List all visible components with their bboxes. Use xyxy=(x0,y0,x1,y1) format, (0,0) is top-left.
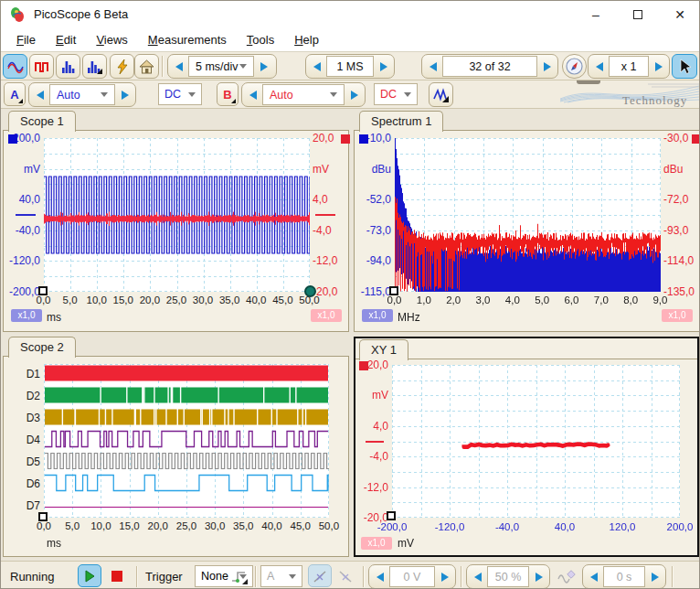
marker-falling-button[interactable] xyxy=(334,564,357,587)
spectrum1-right-scale-badge[interactable]: x1,0 xyxy=(662,309,693,322)
xy1-x-axis[interactable]: -200,0-120,0-40,040,0120,0200,0 xyxy=(369,521,700,532)
close-button[interactable]: ✕ xyxy=(659,1,700,28)
trigger-marker[interactable] xyxy=(389,286,398,295)
zoom-control: x 1 xyxy=(588,54,670,79)
channel-a-options-button[interactable]: A xyxy=(4,82,26,106)
spectrum-view-button[interactable] xyxy=(56,54,80,79)
xy1-scale-badge[interactable]: x1,0 xyxy=(361,537,392,550)
channel-a-range-next-button[interactable] xyxy=(115,84,134,105)
menu-tools[interactable]: Tools xyxy=(237,30,284,49)
channel-a-range-prev-button[interactable] xyxy=(30,84,49,105)
scope1-x-axis[interactable]: 0,05,010,015,020,025,030,035,040,045,050… xyxy=(30,294,323,305)
channel-a-zero-indicator[interactable] xyxy=(16,214,36,216)
timebase-control: 5 ms/div xyxy=(167,54,277,79)
persistence-view-button[interactable] xyxy=(29,54,54,79)
samples-field[interactable]: 1 MS xyxy=(326,56,374,77)
minimize-button[interactable]: – xyxy=(575,1,617,28)
channel-b-options-button[interactable]: B xyxy=(217,82,239,106)
scope1-right-scale-badge[interactable]: x1,0 xyxy=(311,309,342,322)
trigger-edge-button[interactable] xyxy=(228,564,251,587)
scope2-plot[interactable] xyxy=(44,364,329,518)
menu-measurements[interactable]: Measurements xyxy=(138,30,237,49)
samples-prev-button[interactable] xyxy=(307,56,326,77)
channel-b-range-prev-button[interactable] xyxy=(243,84,262,105)
right-arrow-icon xyxy=(441,573,449,582)
menu-edit[interactable]: Edit xyxy=(46,30,86,49)
spectrum1-left-axis[interactable]: -10,0dBu-52,0-73,0-94,0-115,0 xyxy=(355,131,391,299)
viewport-area: Scope 1 200,0mV40,0-40,0-120,0-200,0 20,… xyxy=(1,109,700,561)
buffer-field[interactable]: 32 of 32 xyxy=(442,56,537,77)
pretrigger-down-button[interactable] xyxy=(468,566,487,587)
axis-tick: 50,0 xyxy=(315,520,343,531)
title-bar: PicoScope 6 Beta – ✕ xyxy=(1,1,700,28)
spectrum1-left-scale-badge[interactable]: x1,0 xyxy=(362,309,393,322)
spectrum1-right-axis[interactable]: -30,0dBu-72,0-93,0-114,0-135,0 xyxy=(663,131,700,299)
pretrigger-up-button[interactable] xyxy=(529,566,548,587)
pointer-cursor-icon xyxy=(677,59,692,75)
scope2-x-axis[interactable]: 0,05,010,015,020,025,030,035,040,045,050… xyxy=(30,520,343,531)
menu-views[interactable]: Views xyxy=(86,30,137,49)
timebase-select[interactable]: 5 ms/div xyxy=(188,56,254,77)
tab-xy1[interactable]: XY 1 xyxy=(359,339,408,360)
tab-spectrum1[interactable]: Spectrum 1 xyxy=(359,111,443,132)
trigger-delay-control: 0 s xyxy=(582,564,666,589)
channel-b-zero-indicator[interactable] xyxy=(366,441,384,443)
scope1-plot[interactable] xyxy=(44,138,310,292)
maximize-button[interactable] xyxy=(617,1,659,28)
delay-down-button[interactable] xyxy=(584,566,603,587)
channel-b-zero-indicator[interactable] xyxy=(315,214,335,216)
channel-b-range-next-button[interactable] xyxy=(345,84,364,105)
delay-field[interactable]: 0 s xyxy=(603,566,645,587)
marker-rising-button[interactable] xyxy=(308,564,332,587)
axis-tick: mV xyxy=(313,162,349,177)
trigger-marker[interactable] xyxy=(38,512,48,521)
tab-scope1[interactable]: Scope 1 xyxy=(8,111,76,132)
zoom-field[interactable]: x 1 xyxy=(609,56,649,77)
digital-channel-label: D4 xyxy=(4,432,40,454)
trigger-marker[interactable] xyxy=(38,286,48,295)
menu-file[interactable]: File xyxy=(6,30,46,49)
normal-selection-button[interactable] xyxy=(672,54,697,79)
pretrigger-field[interactable]: 50 % xyxy=(487,566,529,587)
timebase-next-button[interactable] xyxy=(254,56,273,77)
buffer-prev-button[interactable] xyxy=(423,56,442,77)
awg-button[interactable] xyxy=(429,82,453,107)
xy1-plot[interactable] xyxy=(392,365,680,518)
start-capture-button[interactable] xyxy=(78,564,101,587)
zoom-out-button[interactable] xyxy=(589,56,609,77)
threshold-up-button[interactable] xyxy=(435,566,454,587)
probe-wizard-button[interactable] xyxy=(110,54,134,79)
samples-next-button[interactable] xyxy=(374,56,393,77)
tab-scope2[interactable]: Scope 2 xyxy=(8,337,76,358)
stop-capture-button[interactable] xyxy=(105,564,129,587)
zoom-in-button[interactable] xyxy=(649,56,668,77)
menu-help[interactable]: Help xyxy=(284,30,329,49)
axis-tick: 15,0 xyxy=(110,294,136,305)
spectrum-view-alt-button[interactable] xyxy=(82,54,107,79)
scope-view-button[interactable] xyxy=(3,54,27,79)
delay-up-button[interactable] xyxy=(645,566,664,587)
scope2-digital-labels[interactable]: D1D2D3D4D5D6D7 xyxy=(4,366,40,519)
channel-b-range-select[interactable]: Auto xyxy=(262,84,345,105)
trigger-waveform-button[interactable] xyxy=(555,564,578,587)
channel-b-coupling-select[interactable]: DC xyxy=(374,83,418,105)
channel-a-coupling-select[interactable]: DC xyxy=(158,83,202,105)
chevron-down-icon xyxy=(404,92,411,97)
threshold-field[interactable]: 0 V xyxy=(389,566,435,587)
channel-a-range-select[interactable]: Auto xyxy=(49,84,115,105)
trigger-channel-select[interactable]: A xyxy=(260,565,302,587)
axis-tick: 120,0 xyxy=(599,521,645,532)
spectrum1-x-axis[interactable]: 0,01,02,03,04,05,06,07,08,09,0 xyxy=(381,294,673,305)
spectrum-view-icon xyxy=(60,59,77,75)
play-icon xyxy=(83,570,96,583)
axis-tick: mV xyxy=(355,388,388,402)
threshold-down-button[interactable] xyxy=(370,566,389,587)
reference-marker[interactable] xyxy=(304,285,316,297)
trigger-marker[interactable] xyxy=(387,511,396,520)
buffer-overview-button[interactable] xyxy=(562,54,587,79)
home-button[interactable] xyxy=(134,54,159,79)
buffer-next-button[interactable] xyxy=(537,56,557,77)
timebase-prev-button[interactable] xyxy=(169,56,188,77)
scope1-left-scale-badge[interactable]: x1,0 xyxy=(11,309,42,322)
spectrum1-plot[interactable] xyxy=(395,138,661,292)
